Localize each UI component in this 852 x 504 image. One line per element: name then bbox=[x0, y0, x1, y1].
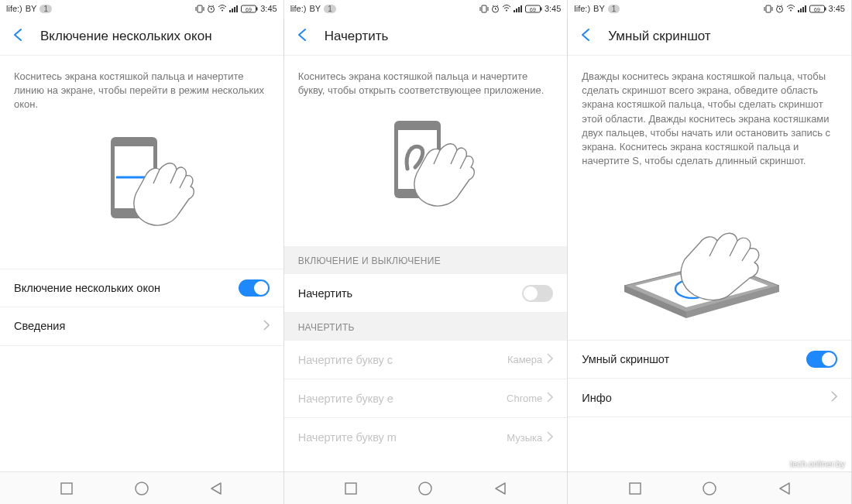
toggle-label: Начертить bbox=[298, 287, 353, 300]
illustration bbox=[568, 177, 851, 340]
battery-icon: 69 bbox=[525, 5, 542, 13]
svg-rect-34 bbox=[541, 7, 542, 10]
header: Умный скриншот bbox=[568, 17, 851, 56]
svg-rect-57 bbox=[630, 483, 641, 494]
svg-rect-10 bbox=[232, 9, 233, 12]
time-label: 3:45 bbox=[260, 4, 277, 13]
svg-line-6 bbox=[208, 5, 210, 6]
svg-rect-9 bbox=[229, 10, 231, 12]
nav-back-button[interactable] bbox=[493, 482, 507, 495]
info-label: Сведения bbox=[14, 320, 65, 332]
section-draw: НАЧЕРТИТЬ bbox=[284, 313, 568, 341]
nav-home-button[interactable] bbox=[702, 481, 717, 496]
toggle-switch[interactable] bbox=[806, 351, 837, 368]
svg-line-27 bbox=[496, 5, 498, 6]
draw-letter-c-row[interactable]: Начертите букву c Камера bbox=[284, 341, 568, 379]
back-button[interactable] bbox=[11, 27, 26, 46]
wifi-icon bbox=[218, 5, 227, 12]
toggle-row-multiwindow[interactable]: Включение нескольких окон bbox=[0, 269, 283, 307]
wifi-icon bbox=[502, 5, 511, 12]
chevron-right-icon bbox=[831, 391, 837, 404]
svg-rect-49 bbox=[798, 10, 799, 12]
svg-line-47 bbox=[781, 5, 782, 6]
carrier-label: life:) bbox=[574, 4, 590, 13]
nav-recent-button[interactable] bbox=[60, 482, 74, 495]
row-value: Камера bbox=[507, 354, 542, 365]
battery-icon: 69 bbox=[241, 5, 258, 13]
nav-recent-button[interactable] bbox=[344, 482, 358, 495]
draw-letter-m-row[interactable]: Начертите букву m Музыка bbox=[284, 418, 568, 457]
draw-letter-e-row[interactable]: Начертите букву e Chrome bbox=[284, 379, 568, 418]
row-label: Начертите букву e bbox=[298, 393, 393, 405]
signal-icon bbox=[798, 5, 807, 12]
navbar bbox=[568, 471, 851, 504]
status-bar: life:) BY 1 69 3:45 bbox=[568, 0, 851, 17]
nav-back-button[interactable] bbox=[778, 482, 792, 495]
toggle-label: Умный скриншот bbox=[582, 353, 669, 365]
svg-text:69: 69 bbox=[246, 6, 252, 12]
back-button[interactable] bbox=[295, 27, 311, 46]
nav-back-button[interactable] bbox=[209, 482, 223, 495]
carrier-label: life:) bbox=[290, 4, 307, 13]
vibrate-icon bbox=[479, 5, 489, 13]
svg-rect-50 bbox=[800, 9, 802, 12]
alarm-icon bbox=[207, 5, 215, 13]
chevron-right-icon bbox=[547, 353, 553, 366]
back-button[interactable] bbox=[579, 27, 594, 46]
description-text: Коснитесь экрана костяшкой пальца и наче… bbox=[284, 56, 568, 107]
watermark: tech.onliner.by bbox=[790, 459, 845, 468]
svg-rect-51 bbox=[802, 7, 804, 12]
chevron-right-icon bbox=[263, 320, 270, 333]
svg-rect-38 bbox=[345, 483, 356, 494]
content: Коснитесь экрана костяшкой пальца и наче… bbox=[284, 56, 568, 471]
row-label: Начертите букву m bbox=[298, 431, 397, 444]
svg-point-39 bbox=[419, 482, 431, 495]
page-title: Включение нескольких окон bbox=[40, 29, 212, 44]
svg-point-58 bbox=[703, 482, 716, 495]
svg-rect-52 bbox=[805, 5, 806, 12]
signal-icon bbox=[229, 5, 239, 12]
nav-recent-button[interactable] bbox=[628, 482, 642, 495]
nav-home-button[interactable] bbox=[134, 481, 149, 496]
svg-text:69: 69 bbox=[814, 6, 820, 12]
info-row[interactable]: Инфо bbox=[568, 379, 851, 417]
carrier-sub: BY bbox=[593, 4, 605, 13]
content: Дважды коснитесь экрана костяшкой пальца… bbox=[568, 56, 851, 471]
toggle-switch[interactable] bbox=[522, 285, 553, 302]
header: Начертить bbox=[284, 17, 568, 56]
toggle-label: Включение нескольких окон bbox=[14, 282, 160, 294]
info-row[interactable]: Сведения bbox=[0, 307, 283, 346]
wifi-icon bbox=[786, 5, 795, 12]
svg-rect-20 bbox=[482, 5, 486, 12]
svg-rect-12 bbox=[236, 5, 238, 12]
vibrate-icon bbox=[764, 5, 773, 13]
status-bar: life:) BY 1 69 3:45 bbox=[0, 0, 283, 17]
screen-multiwindow: life:) BY 1 69 3:45 Включение нескольких… bbox=[0, 0, 284, 504]
page-title: Начертить bbox=[325, 29, 389, 44]
svg-rect-18 bbox=[61, 483, 72, 494]
battery-icon: 69 bbox=[809, 5, 826, 13]
row-value: Chrome bbox=[507, 393, 542, 404]
carrier-sub: BY bbox=[309, 4, 321, 13]
illustration bbox=[284, 107, 568, 246]
description-text: Дважды коснитесь экрана костяшкой пальца… bbox=[568, 56, 851, 177]
page-title: Умный скриншот bbox=[608, 29, 710, 44]
svg-point-28 bbox=[506, 10, 507, 12]
svg-rect-40 bbox=[766, 5, 771, 12]
svg-rect-32 bbox=[520, 5, 522, 12]
chevron-right-icon bbox=[547, 431, 553, 444]
vibrate-icon bbox=[195, 5, 204, 13]
nav-home-button[interactable] bbox=[417, 481, 433, 496]
description-text: Коснитесь экрана костяшкой пальца и наче… bbox=[0, 56, 283, 122]
carrier-label: life:) bbox=[6, 4, 22, 13]
toggle-row-draw[interactable]: Начертить bbox=[284, 274, 568, 313]
svg-point-48 bbox=[790, 10, 792, 12]
row-value: Музыка bbox=[507, 432, 542, 444]
svg-point-19 bbox=[136, 482, 148, 495]
row-label: Начертите букву c bbox=[298, 354, 393, 366]
toggle-switch[interactable] bbox=[239, 279, 270, 297]
notification-badge: 1 bbox=[40, 5, 52, 13]
navbar bbox=[284, 471, 568, 504]
toggle-row-smart-screenshot[interactable]: Умный скриншот bbox=[568, 340, 851, 379]
chevron-right-icon bbox=[547, 392, 553, 405]
